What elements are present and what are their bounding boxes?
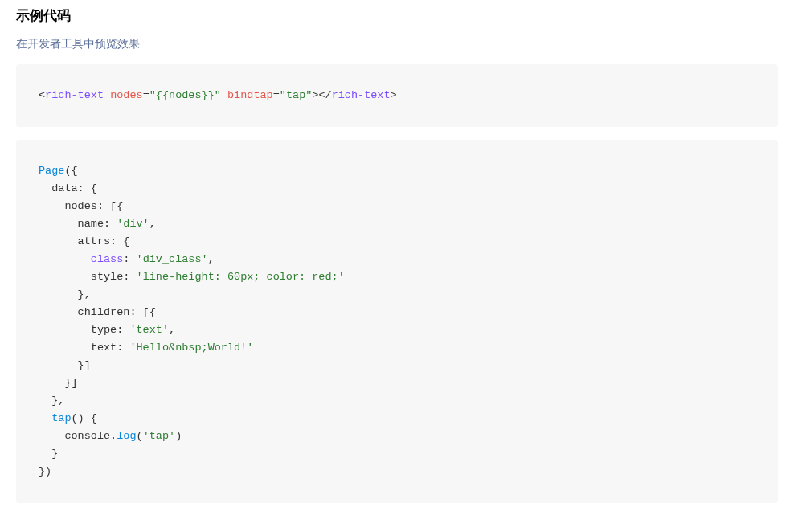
code-token: 'div' — [117, 218, 149, 230]
code-token: Page — [39, 165, 64, 177]
code-token — [39, 253, 91, 265]
code-token: < — [39, 89, 45, 101]
code-token: = — [143, 89, 149, 101]
code-token: ( — [137, 430, 143, 442]
code-token: </ — [318, 89, 331, 101]
code-token: }] — [39, 377, 78, 389]
code-token: tap — [51, 412, 71, 424]
code-block-js: Page({ data: { nodes: [{ name: 'div', at… — [16, 140, 778, 503]
code-token: }) — [39, 465, 51, 477]
preview-link[interactable]: 在开发者工具中预览效果 — [16, 37, 140, 51]
code-token: rich-text — [45, 89, 104, 101]
code-token: 'div_class' — [137, 253, 208, 265]
code-token: "tap" — [280, 89, 313, 101]
code-token: = — [273, 89, 280, 101]
code-token: }, — [39, 395, 64, 407]
code-token: data: { — [39, 182, 97, 194]
code-token: , — [149, 218, 156, 230]
code-token: bindtap — [227, 89, 273, 101]
code-token: console. — [39, 430, 117, 442]
code-token: } — [39, 448, 58, 460]
code-token: : — [123, 253, 136, 265]
code-token — [104, 89, 110, 101]
code-block-wxml: <rich-text nodes="{{nodes}}" bindtap="ta… — [16, 64, 778, 127]
code-token: nodes: [{ — [39, 200, 123, 212]
code-token: attrs: { — [39, 235, 129, 248]
code-token: 'Hello&nbsp;World!' — [129, 342, 253, 354]
code-token: children: [{ — [39, 306, 156, 318]
code-token: ) — [175, 430, 182, 442]
code-token: type: — [39, 324, 129, 336]
code-wxml: <rich-text nodes="{{nodes}}" bindtap="ta… — [39, 87, 755, 104]
code-token: class — [91, 253, 124, 265]
code-token: , — [208, 253, 215, 265]
code-token: log — [117, 430, 136, 442]
code-token: style: — [39, 271, 137, 283]
code-token: 'text' — [129, 324, 169, 336]
code-token: }] — [39, 359, 91, 371]
code-js: Page({ data: { nodes: [{ name: 'div', at… — [39, 162, 755, 481]
code-token: "{{nodes}}" — [149, 89, 221, 101]
code-token: ({ — [64, 165, 77, 177]
code-token: text: — [39, 342, 129, 354]
code-token: rich-text — [332, 89, 391, 101]
code-token: name: — [39, 218, 117, 230]
code-token: () { — [72, 412, 97, 424]
code-token: 'line-height: 60px; color: red;' — [137, 271, 345, 283]
code-token: nodes — [110, 89, 143, 101]
code-token — [221, 89, 227, 101]
code-token — [39, 412, 51, 424]
section-heading: 示例代码 — [16, 6, 778, 25]
code-token: > — [391, 89, 397, 101]
code-token: 'tap' — [143, 430, 176, 442]
code-token: , — [169, 324, 175, 336]
code-token: }, — [39, 289, 91, 301]
